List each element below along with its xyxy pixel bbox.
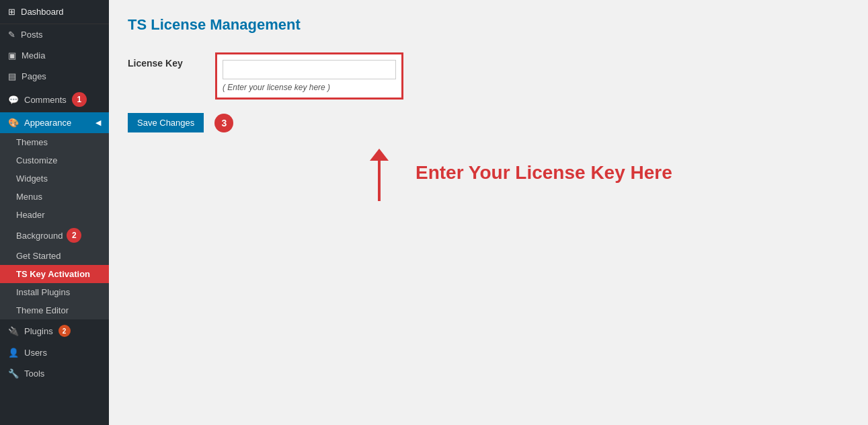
plugins-icon: 🔌 [8, 326, 19, 336]
sidebar-item-appearance[interactable]: 🎨 Appearance ◀ [0, 112, 109, 133]
arrow-up-icon [370, 149, 389, 161]
page-title: TS License Management [128, 16, 849, 34]
plugins-badge: 2 [58, 325, 71, 337]
main-content: TS License Management License Key ( Ente… [109, 0, 868, 425]
media-icon: ▣ [8, 50, 16, 61]
dashboard-icon: ⊞ [8, 7, 15, 17]
posts-icon: ✎ [8, 30, 15, 40]
license-key-row: License Key ( Enter your license key her… [128, 52, 849, 100]
save-row: Save Changes 3 [128, 113, 849, 132]
submenu-get-started[interactable]: Get Started [0, 247, 109, 265]
sidebar-logo[interactable]: ⊞ Dashboard [0, 0, 109, 24]
annotation-area: Enter Your License Key Here [370, 149, 849, 201]
submenu-install-plugins[interactable]: Install Plugins [0, 283, 109, 301]
sidebar: ⊞ Dashboard ✎ Posts ▣ Media ▤ Pages 💬 Co… [0, 0, 109, 425]
sidebar-item-media[interactable]: ▣ Media [0, 45, 109, 66]
background-badge: 2 [67, 228, 81, 243]
submenu-ts-key-activation[interactable]: TS Key Activation [0, 265, 109, 283]
sidebar-item-tools[interactable]: 🔧 Tools [0, 363, 109, 384]
submenu-themes[interactable]: Themes [0, 133, 109, 151]
license-input-wrapper: ( Enter your license key here ) [215, 52, 403, 100]
users-icon: 👤 [8, 348, 19, 358]
appearance-arrow: ◀ [95, 118, 101, 127]
pages-icon: ▤ [8, 71, 16, 81]
license-key-input[interactable] [223, 60, 396, 79]
submenu-widgets[interactable]: Widgets [0, 169, 109, 188]
step3-badge: 3 [214, 114, 233, 132]
appearance-submenu: Themes Customize Widgets Menus Header Ba… [0, 133, 109, 319]
enter-key-annotation: Enter Your License Key Here [416, 162, 672, 184]
sidebar-item-pages[interactable]: ▤ Pages [0, 66, 109, 87]
license-hint: ( Enter your license key here ) [223, 83, 330, 92]
submenu-header[interactable]: Header [0, 206, 109, 224]
submenu-theme-editor[interactable]: Theme Editor [0, 301, 109, 319]
tools-icon: 🔧 [8, 369, 19, 379]
arrow-shaft [378, 161, 381, 201]
save-changes-button[interactable]: Save Changes [128, 113, 204, 132]
comments-badge: 1 [72, 92, 87, 107]
license-key-label: License Key [128, 52, 202, 69]
sidebar-item-comments[interactable]: 💬 Comments 1 [0, 87, 109, 112]
submenu-customize[interactable]: Customize [0, 151, 109, 169]
appearance-icon: 🎨 [8, 118, 19, 128]
submenu-background[interactable]: Background 2 [0, 224, 109, 247]
arrow-container [370, 149, 389, 201]
submenu-menus[interactable]: Menus [0, 188, 109, 206]
sidebar-logo-label: Dashboard [21, 7, 64, 17]
comments-icon: 💬 [8, 95, 19, 105]
sidebar-item-posts[interactable]: ✎ Posts [0, 24, 109, 45]
sidebar-item-users[interactable]: 👤 Users [0, 342, 109, 363]
sidebar-item-plugins[interactable]: 🔌 Plugins 2 [0, 319, 109, 342]
